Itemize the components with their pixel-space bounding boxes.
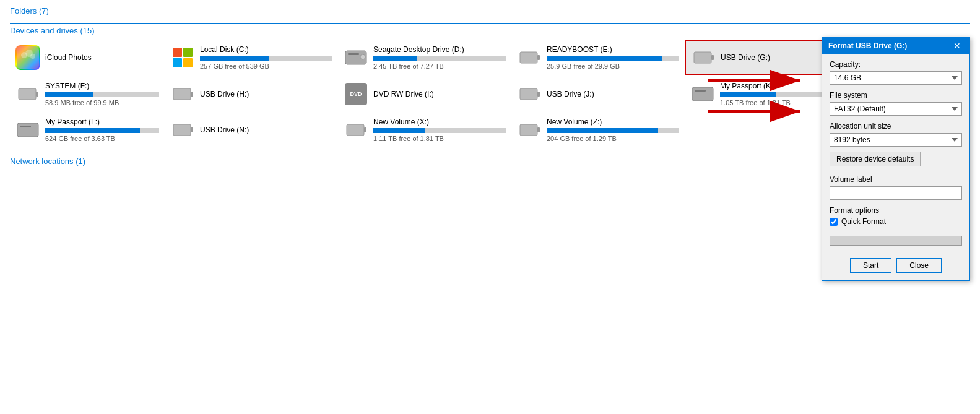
drive-new-x-bar-container bbox=[373, 128, 506, 133]
drive-usb-j-name: USB Drive (J:) bbox=[547, 90, 679, 98]
usb-n-icon bbox=[170, 118, 195, 142]
filesystem-label: File system bbox=[830, 91, 962, 100]
svg-rect-26 bbox=[711, 55, 714, 60]
drive-new-z-bar-container bbox=[547, 128, 679, 133]
drive-seagate-d-bar bbox=[373, 56, 417, 61]
drive-dvd-i-name: DVD RW Drive (I:) bbox=[373, 90, 506, 98]
seagate-d-icon bbox=[344, 45, 368, 70]
drive-dvd-i[interactable]: DVD DVD RW Drive (I:) bbox=[338, 77, 511, 111]
svg-rect-19 bbox=[173, 124, 191, 136]
drive-local-c[interactable]: Local Disk (C:) 257 GB free of 539 GB bbox=[165, 40, 338, 75]
svg-rect-14 bbox=[537, 92, 540, 97]
drive-new-z[interactable]: New Volume (Z:) 204 GB free of 1.29 TB bbox=[511, 113, 685, 147]
drive-readyboost-e-name: READYBOOST (E:) bbox=[547, 45, 679, 54]
drive-readyboost-e-info: READYBOOST (E:) 25.9 GB free of 29.9 GB bbox=[547, 45, 679, 70]
svg-rect-12 bbox=[191, 92, 193, 97]
quick-format-row: Quick Format bbox=[830, 217, 962, 226]
new-z-icon bbox=[517, 118, 542, 142]
system-f-icon bbox=[15, 82, 40, 106]
drive-usb-h-name: USB Drive (H:) bbox=[200, 90, 332, 98]
volume-label-label: Volume label bbox=[830, 175, 962, 184]
drive-seagate-d[interactable]: Seagate Desktop Drive (D:) 2.45 TB free … bbox=[338, 40, 511, 75]
drive-usb-h[interactable]: USB Drive (H:) bbox=[165, 77, 338, 111]
usb-h-icon bbox=[170, 82, 195, 106]
usb-g-icon bbox=[691, 45, 716, 70]
drive-system-f[interactable]: SYSTEM (F:) 58.9 MB free of 99.9 MB bbox=[10, 77, 165, 111]
drive-seagate-d-name: Seagate Desktop Drive (D:) bbox=[373, 45, 506, 54]
alloc-select[interactable]: 8192 bytes bbox=[830, 133, 962, 147]
drive-local-c-free: 257 GB free of 539 GB bbox=[200, 63, 332, 70]
drive-passport-k-bar bbox=[720, 92, 776, 97]
drive-local-c-bar-container bbox=[200, 56, 332, 61]
svg-rect-8 bbox=[537, 55, 540, 60]
drive-new-z-name: New Volume (Z:) bbox=[547, 118, 679, 126]
svg-rect-22 bbox=[364, 127, 366, 132]
drive-readyboost-e[interactable]: READYBOOST (E:) 25.9 GB free of 29.9 GB bbox=[511, 40, 685, 75]
svg-rect-18 bbox=[20, 126, 31, 127]
volume-label-input[interactable] bbox=[830, 186, 962, 200]
svg-rect-5 bbox=[348, 53, 359, 55]
start-button[interactable]: Start bbox=[850, 258, 891, 273]
drive-passport-l[interactable]: My Passport (L:) 624 GB free of 3.63 TB bbox=[10, 113, 165, 147]
drive-usb-n-name: USB Drive (N:) bbox=[200, 126, 332, 134]
new-x-icon bbox=[344, 118, 368, 142]
drive-passport-l-free: 624 GB free of 3.63 TB bbox=[45, 135, 159, 142]
filesystem-select[interactable]: FAT32 (Default) bbox=[830, 102, 962, 116]
drive-local-c-info: Local Disk (C:) 257 GB free of 539 GB bbox=[200, 45, 332, 70]
drive-seagate-d-info: Seagate Desktop Drive (D:) 2.45 TB free … bbox=[373, 45, 506, 70]
drive-readyboost-e-free: 25.9 GB free of 29.9 GB bbox=[547, 63, 679, 70]
svg-rect-15 bbox=[692, 87, 713, 101]
usb-j-icon bbox=[517, 82, 542, 106]
drive-icloud-name: iCloud Photos bbox=[45, 53, 159, 62]
drive-readyboost-e-bar-container bbox=[547, 56, 679, 61]
svg-point-3 bbox=[30, 54, 35, 59]
drive-new-x[interactable]: New Volume (X:) 1.11 TB free of 1.81 TB bbox=[338, 113, 511, 147]
svg-rect-23 bbox=[520, 124, 537, 136]
drive-icloud[interactable]: iCloud Photos bbox=[10, 40, 165, 75]
drive-new-x-info: New Volume (X:) 1.11 TB free of 1.81 TB bbox=[373, 118, 506, 142]
drive-passport-l-info: My Passport (L:) 624 GB free of 3.63 TB bbox=[45, 118, 159, 142]
alloc-label: Allocation unit size bbox=[830, 122, 962, 131]
drive-passport-l-name: My Passport (L:) bbox=[45, 118, 159, 126]
drive-new-z-info: New Volume (Z:) 204 GB free of 1.29 TB bbox=[547, 118, 679, 142]
drive-usb-j[interactable]: USB Drive (J:) bbox=[511, 77, 685, 111]
svg-rect-21 bbox=[347, 124, 364, 136]
drive-new-x-name: New Volume (X:) bbox=[373, 118, 506, 126]
svg-rect-11 bbox=[173, 88, 191, 100]
dialog-titlebar: Format USB Drive (G:) ✕ bbox=[822, 38, 969, 54]
passport-k-icon bbox=[690, 82, 715, 106]
dialog-title: Format USB Drive (G:) bbox=[828, 41, 907, 50]
quick-format-label[interactable]: Quick Format bbox=[841, 217, 886, 226]
restore-defaults-button[interactable]: Restore device defaults bbox=[830, 152, 921, 166]
dvd-i-icon: DVD bbox=[344, 82, 368, 106]
passport-l-icon bbox=[15, 118, 40, 142]
svg-point-6 bbox=[360, 54, 365, 59]
close-button-footer[interactable]: Close bbox=[896, 258, 942, 273]
main-content: Folders (7) Devices and drives (15) bbox=[0, 0, 980, 177]
svg-rect-7 bbox=[520, 52, 537, 63]
drive-usb-n[interactable]: USB Drive (N:) bbox=[165, 113, 338, 147]
drive-seagate-d-bar-container bbox=[373, 56, 506, 61]
svg-rect-9 bbox=[19, 88, 36, 100]
drive-system-f-free: 58.9 MB free of 99.9 MB bbox=[45, 99, 159, 106]
drive-passport-l-bar-container bbox=[45, 128, 159, 133]
quick-format-checkbox[interactable] bbox=[830, 218, 838, 226]
format-options-label: Format options bbox=[830, 206, 962, 215]
readyboost-e-icon bbox=[517, 45, 542, 70]
drive-new-z-bar bbox=[547, 128, 658, 133]
drive-system-f-bar-container bbox=[45, 92, 159, 97]
svg-rect-24 bbox=[537, 127, 540, 132]
svg-rect-13 bbox=[520, 88, 537, 100]
svg-rect-10 bbox=[36, 92, 38, 97]
drive-new-x-bar bbox=[373, 128, 425, 133]
dialog-close-button[interactable]: ✕ bbox=[951, 41, 963, 50]
drive-readyboost-e-bar bbox=[547, 56, 662, 61]
format-progress-bar bbox=[830, 236, 962, 246]
svg-rect-20 bbox=[191, 127, 193, 132]
drive-usb-n-info: USB Drive (N:) bbox=[200, 126, 332, 134]
capacity-select[interactable]: 14.6 GB bbox=[830, 71, 962, 85]
drive-dvd-i-info: DVD RW Drive (I:) bbox=[373, 90, 506, 98]
icloud-drive-icon bbox=[15, 45, 40, 70]
svg-rect-25 bbox=[694, 52, 711, 63]
local-c-icon bbox=[170, 45, 195, 70]
